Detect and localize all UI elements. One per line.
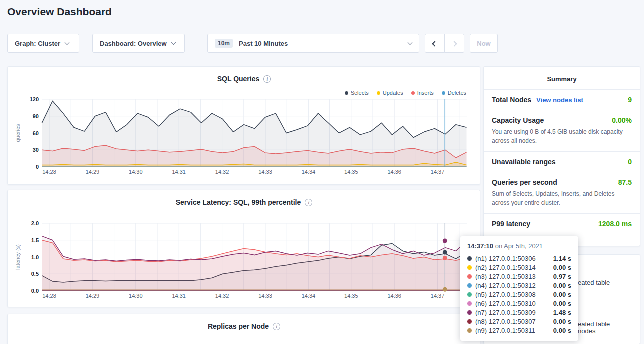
summary-title: Summary — [484, 67, 640, 89]
time-next-button[interactable] — [444, 34, 464, 53]
svg-text:14:33: 14:33 — [258, 169, 272, 175]
now-button[interactable]: Now — [470, 34, 498, 53]
svg-text:120: 120 — [30, 96, 39, 102]
summary-value: 87.5 — [618, 178, 632, 186]
sql-queries-card: SQL Queries i Selects Updates Inserts De… — [7, 66, 480, 185]
tooltip-row: (n3) 127.0.0.1:503130.97 s — [467, 272, 571, 281]
svg-text:14:35: 14:35 — [344, 169, 358, 175]
svg-text:14:30: 14:30 — [129, 169, 143, 175]
view-nodes-list-link[interactable]: View nodes list — [536, 96, 583, 104]
svg-text:14:28: 14:28 — [42, 293, 56, 299]
svg-text:2.0: 2.0 — [31, 220, 39, 226]
svg-text:14:32: 14:32 — [215, 169, 229, 175]
svg-text:14:30: 14:30 — [129, 293, 143, 299]
tooltip-row: (n2) 127.0.0.1:503140.00 s — [467, 263, 571, 272]
summary-row-queries-per-second: Queries per second 87.5 Sum of Selects, … — [484, 172, 640, 213]
summary-row-capacity-usage: Capacity Usage 0.00% You are using 0 B o… — [484, 110, 640, 151]
info-icon[interactable]: i — [273, 323, 280, 330]
tooltip-row: (n4) 127.0.0.1:503120.00 s — [467, 281, 571, 290]
chevron-down-icon — [171, 40, 176, 45]
svg-text:14:34: 14:34 — [302, 293, 316, 299]
tooltip-row: (n1) 127.0.0.1:503061.14 s — [467, 254, 571, 263]
svg-text:14:29: 14:29 — [86, 293, 100, 299]
service-latency-chart[interactable]: 0.00.51.01.52.014:2814:2914:3014:3114:32… — [8, 190, 481, 308]
graph-dropdown-label: Graph: Cluster — [15, 40, 60, 47]
tooltip-row: (n8) 127.0.0.1:503070.00 s — [467, 317, 571, 326]
svg-text:14:32: 14:32 — [215, 293, 229, 299]
series-dot — [467, 310, 472, 315]
summary-panel: Summary Total Nodes View nodes list 9 Ca… — [483, 66, 640, 246]
svg-text:14:35: 14:35 — [344, 293, 358, 299]
svg-text:14:34: 14:34 — [302, 169, 316, 175]
summary-row-unavailable-ranges: Unavailable ranges 0 — [484, 151, 640, 172]
svg-text:queries: queries — [15, 124, 21, 142]
chevron-right-icon — [451, 41, 457, 46]
svg-text:0.0: 0.0 — [31, 288, 39, 294]
summary-label: Total Nodes — [492, 96, 531, 104]
summary-row-p99-latency: P99 latency 1208.0 ms — [484, 213, 640, 234]
svg-text:1.0: 1.0 — [31, 254, 39, 260]
svg-text:14:31: 14:31 — [172, 293, 186, 299]
sql-queries-chart[interactable]: 030609012014:2814:2914:3014:3114:3214:33… — [8, 67, 481, 185]
overview-dashboard-page: Overview Dashboard Graph: Cluster Dashbo… — [0, 0, 644, 344]
summary-label: Unavailable ranges — [492, 158, 556, 166]
summary-description: Sum of Selects, Updates, Inserts, and De… — [492, 189, 632, 207]
svg-text:14:36: 14:36 — [387, 169, 401, 175]
svg-text:14:37: 14:37 — [431, 293, 445, 299]
chevron-down-icon — [65, 40, 70, 45]
svg-text:90: 90 — [33, 113, 39, 119]
chart-title: Replicas per Node i — [8, 314, 480, 330]
svg-text:30: 30 — [33, 147, 39, 153]
summary-value: 9 — [628, 96, 632, 104]
summary-description: You are using 0 B of 4.5 GiB usable disk… — [492, 127, 632, 145]
summary-value: 0.00% — [612, 116, 632, 124]
summary-value: 0 — [628, 158, 632, 166]
series-dot — [467, 283, 472, 288]
svg-text:60: 60 — [33, 130, 39, 136]
tooltip-row: (n9) 127.0.0.1:503110.00 s — [467, 326, 571, 335]
series-dot — [467, 265, 472, 270]
time-range-badge: 10m — [215, 39, 233, 48]
series-dot — [467, 319, 472, 324]
time-range-label: Past 10 Minutes — [239, 40, 288, 47]
event-item: eated table — [578, 320, 610, 328]
page-title: Overview Dashboard — [7, 6, 112, 18]
series-dot — [467, 328, 472, 333]
tooltip-row: (n7) 127.0.0.1:503091.48 s — [467, 308, 571, 317]
graph-dropdown[interactable]: Graph: Cluster — [7, 34, 79, 53]
tooltip-row: (n5) 127.0.0.1:503080.00 s — [467, 290, 571, 299]
time-pager — [425, 34, 464, 53]
time-range-dropdown[interactable]: 10m Past 10 Minutes — [207, 34, 419, 53]
event-item: eated table — [578, 279, 610, 286]
series-dot — [467, 301, 472, 306]
svg-text:14:36: 14:36 — [387, 293, 401, 299]
series-dot — [467, 292, 472, 297]
summary-label: P99 latency — [492, 220, 530, 228]
svg-text:14:28: 14:28 — [42, 169, 56, 175]
chevron-down-icon — [408, 40, 413, 45]
svg-text:1.5: 1.5 — [31, 237, 39, 243]
event-item: nodes — [578, 327, 595, 335]
series-dot — [467, 256, 472, 261]
summary-value: 1208.0 ms — [598, 220, 632, 228]
svg-text:0: 0 — [36, 164, 39, 170]
chart-tooltip: 14:37:10 on Apr 5th, 2021 (n1) 127.0.0.1… — [460, 236, 578, 341]
svg-text:14:37: 14:37 — [431, 169, 445, 175]
svg-text:0.5: 0.5 — [31, 271, 39, 277]
summary-label: Queries per second — [492, 178, 557, 186]
chevron-left-icon — [432, 41, 437, 46]
tooltip-row: (n6) 127.0.0.1:503100.00 s — [467, 299, 571, 308]
summary-label: Capacity Usage — [492, 116, 544, 124]
series-dot — [467, 274, 472, 279]
replicas-per-node-card: Replicas per Node i — [7, 314, 480, 344]
summary-row-total-nodes: Total Nodes View nodes list 9 — [484, 89, 640, 110]
service-latency-card: Service Latency: SQL, 99th percentile i … — [7, 190, 480, 307]
tooltip-timestamp: 14:37:10 on Apr 5th, 2021 — [467, 242, 571, 250]
svg-text:14:29: 14:29 — [86, 169, 100, 175]
svg-text:14:31: 14:31 — [172, 169, 186, 175]
dashboard-dropdown[interactable]: Dashboard: Overview — [92, 34, 185, 53]
time-prev-button[interactable] — [425, 34, 445, 53]
svg-text:14:33: 14:33 — [258, 293, 272, 299]
dashboard-dropdown-label: Dashboard: Overview — [100, 40, 167, 47]
svg-text:latency (s): latency (s) — [15, 244, 21, 270]
